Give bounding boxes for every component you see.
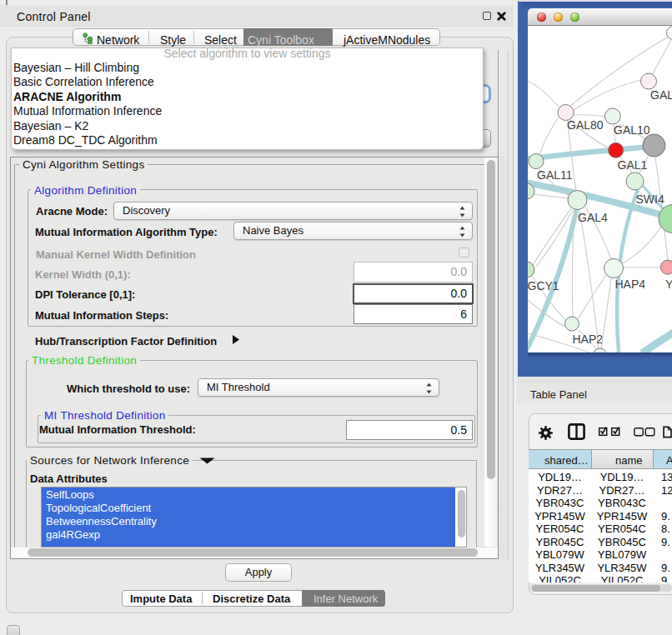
svg-text:GAL11: GAL11 — [537, 168, 573, 182]
svg-text:GCY1: GCY1 — [528, 279, 559, 292]
svg-text:GAL80: GAL80 — [567, 118, 604, 132]
svg-text:GAL7: GAL7 — [650, 88, 672, 102]
svg-text:HAP2: HAP2 — [573, 332, 604, 346]
svg-text:SWI4: SWI4 — [636, 192, 664, 206]
svg-text:GAL1: GAL1 — [618, 158, 648, 172]
svg-text:GAL10: GAL10 — [614, 123, 650, 137]
svg-text:GAL4: GAL4 — [578, 211, 608, 224]
svg-text:HAP4: HAP4 — [615, 278, 646, 291]
svg-text:Y: Y — [665, 278, 672, 291]
